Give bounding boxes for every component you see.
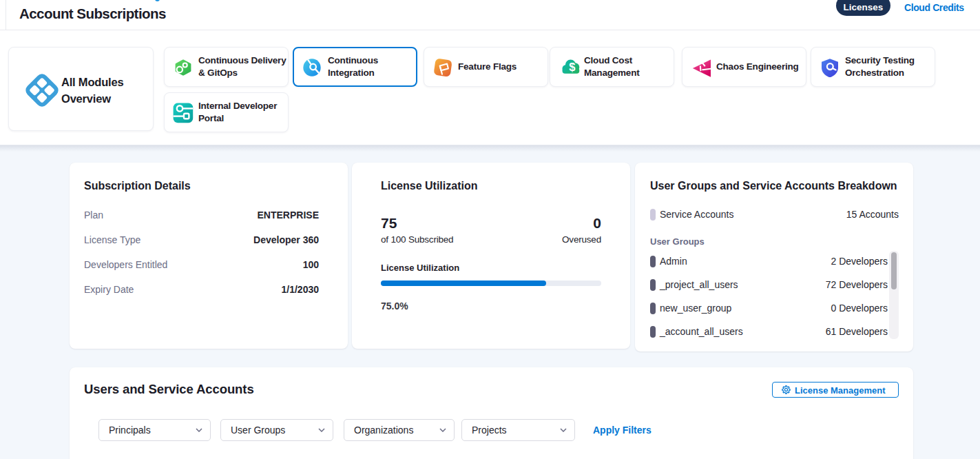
svg-text:$: $	[569, 61, 575, 73]
